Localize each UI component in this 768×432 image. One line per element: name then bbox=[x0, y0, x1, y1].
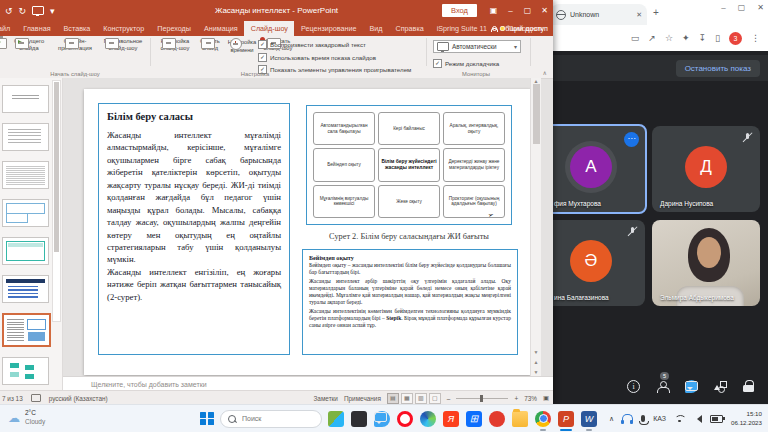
fit-slide-icon[interactable]: ▣ bbox=[543, 394, 549, 402]
clock[interactable]: 15:10 06.12.2023 bbox=[731, 410, 762, 427]
ribbon-tab[interactable]: Переходы bbox=[151, 21, 198, 36]
online-presentation-button[interactable]: Онлайн-презентация bbox=[52, 38, 98, 52]
comments-toggle[interactable]: Примечания bbox=[344, 395, 381, 402]
participants-icon[interactable]: 5 bbox=[656, 380, 669, 393]
ribbon-checkbox[interactable]: ✓ Использовать время показа слайдов bbox=[258, 53, 411, 62]
previous-slide-icon[interactable]: ▲ bbox=[531, 359, 541, 365]
taskbar-app-icon[interactable] bbox=[535, 411, 551, 427]
slide-thumbnail[interactable] bbox=[2, 313, 51, 347]
extension-pin-icon[interactable]: ✦ bbox=[682, 33, 690, 43]
close-button[interactable]: ✕ bbox=[536, 0, 553, 21]
reading-view-icon[interactable]: ▥ bbox=[415, 393, 427, 404]
zoom-out-icon[interactable]: – bbox=[447, 395, 451, 402]
headset-icon[interactable] bbox=[622, 414, 633, 423]
search-input[interactable] bbox=[240, 414, 304, 423]
collapse-ribbon-icon[interactable]: ∧ bbox=[543, 69, 547, 76]
participant-tile[interactable]: А ⋯ фия Мухтарова bbox=[545, 124, 647, 214]
downloads-icon[interactable]: ↧ bbox=[699, 33, 707, 43]
taskbar-app-icon[interactable]: Я bbox=[443, 411, 459, 427]
slide-thumbnail[interactable] bbox=[2, 357, 49, 385]
taskbar-app-icon[interactable]: ⊞ bbox=[466, 411, 482, 427]
microphone-icon[interactable] bbox=[641, 415, 645, 422]
zoom-in-icon[interactable]: + bbox=[514, 395, 518, 402]
presenter-mode-checkbox[interactable]: ✓ Режим докладчика bbox=[433, 59, 499, 68]
share-icon[interactable]: ↗ bbox=[648, 33, 656, 43]
volume-icon[interactable] bbox=[693, 415, 702, 423]
wifi-icon[interactable] bbox=[674, 415, 685, 423]
editor-scrollbar[interactable]: ▲ ▼ ▲ ▼ bbox=[530, 78, 541, 377]
minimize-button[interactable]: – bbox=[502, 0, 519, 21]
setup-slideshow-button[interactable]: Настройка слайд-шоу bbox=[155, 38, 195, 52]
browser-tab[interactable]: Unknown ✕ bbox=[551, 4, 647, 25]
taskbar-app-icon[interactable]: P bbox=[558, 411, 574, 427]
host-controls-icon[interactable] bbox=[743, 380, 756, 393]
slide-canvas[interactable]: Білім беру саласы Жасанды интеллект мұға… bbox=[84, 89, 531, 375]
custom-slideshow-button[interactable]: Произвольное слайд-шоу bbox=[98, 38, 148, 52]
taskbar-app-icon[interactable] bbox=[351, 411, 367, 427]
chat-icon[interactable] bbox=[685, 380, 698, 393]
taskbar-app-icon[interactable]: W bbox=[581, 411, 597, 427]
ribbon-tab[interactable]: Вставка bbox=[57, 21, 97, 36]
media-controls-icon[interactable]: ▭ bbox=[631, 33, 640, 43]
ribbon-tab[interactable]: Конструктор bbox=[97, 21, 151, 36]
chrome-maximize-button[interactable]: ▢ bbox=[738, 3, 746, 12]
notes-placeholder[interactable]: Щелкните, чтобы добавить заметки bbox=[91, 381, 207, 388]
activities-icon[interactable] bbox=[714, 380, 727, 393]
participant-tile[interactable]: Ә ина Балағазинова bbox=[545, 220, 645, 306]
ribbon-tab[interactable]: Рецензирование bbox=[294, 21, 363, 36]
slide-thumbnail[interactable] bbox=[2, 161, 49, 189]
taskbar-app-icon[interactable] bbox=[489, 411, 505, 427]
ribbon-tab[interactable]: Справка bbox=[389, 21, 430, 36]
slide-thumbnail[interactable] bbox=[2, 237, 49, 265]
chrome-close-button[interactable]: ✕ bbox=[757, 3, 764, 12]
ribbon-tab[interactable]: Вид bbox=[363, 21, 389, 36]
participant-tile[interactable]: Д Дарина Нусипова bbox=[652, 126, 760, 212]
notes-pane[interactable]: Щелкните, чтобы добавить заметки bbox=[63, 376, 553, 391]
maximize-button[interactable]: ▢ bbox=[519, 0, 536, 21]
participant-tile-video[interactable]: Эльмира Абдыкеримова bbox=[652, 220, 760, 306]
scroll-down-icon[interactable]: ▼ bbox=[531, 349, 541, 355]
battery-icon[interactable] bbox=[710, 415, 723, 423]
thumbnail-scrollbar[interactable] bbox=[52, 80, 61, 322]
from-current-slide-button[interactable]: С текущего слайда bbox=[8, 38, 50, 52]
tray-expand-icon[interactable]: ∧ bbox=[609, 415, 614, 423]
ribbon-tab[interactable]: Главная bbox=[17, 21, 57, 36]
ai-directions-diagram[interactable]: Автоматтандырылған сала бақылауы Кері ба… bbox=[306, 105, 512, 225]
monitor-dropdown[interactable]: Автоматически ▾ bbox=[433, 40, 521, 53]
checkbox-checked-icon[interactable]: ✓ bbox=[258, 53, 267, 62]
ribbon-checkbox[interactable]: ✓ Воспроизвести закадровый текст bbox=[258, 40, 411, 49]
slide-thumbnail[interactable] bbox=[2, 199, 49, 227]
slide-thumbnail[interactable] bbox=[2, 123, 49, 151]
display-settings-icon[interactable] bbox=[31, 394, 41, 402]
checkbox-checked-icon[interactable]: ✓ bbox=[433, 59, 442, 68]
language-indicator[interactable]: русский (Казахстан) bbox=[49, 395, 108, 402]
meeting-details-icon[interactable]: i bbox=[627, 380, 640, 393]
checkbox-checked-icon[interactable]: ✓ bbox=[258, 40, 267, 49]
bookmark-star-icon[interactable]: ☆ bbox=[665, 33, 673, 43]
taskbar-app-icon[interactable] bbox=[420, 411, 436, 427]
slide-thumbnail[interactable] bbox=[2, 275, 49, 303]
new-tab-button[interactable]: + bbox=[653, 7, 659, 19]
language-switcher[interactable]: КАЗ bbox=[653, 415, 666, 422]
zoom-level[interactable]: 73% bbox=[524, 395, 537, 402]
taskbar-app-icon[interactable] bbox=[328, 411, 344, 427]
chrome-minimize-button[interactable]: – bbox=[721, 3, 725, 12]
zoom-slider[interactable] bbox=[456, 398, 508, 399]
side-panel-icon[interactable]: ▯ bbox=[715, 33, 720, 43]
start-button[interactable] bbox=[200, 412, 214, 426]
ribbon-tab[interactable]: iSpring Suite 11 bbox=[430, 21, 493, 36]
stop-presenting-button[interactable]: Остановить показ bbox=[676, 60, 760, 77]
taskbar-search[interactable] bbox=[220, 410, 322, 428]
ribbon-tab[interactable]: Анимация bbox=[197, 21, 244, 36]
ribbon-display-options-icon[interactable]: ▣ bbox=[485, 0, 502, 21]
ribbon-tab[interactable]: Слайд-шоу bbox=[244, 21, 294, 36]
normal-view-icon[interactable]: ▤ bbox=[387, 393, 399, 404]
sign-in-button[interactable]: Вход bbox=[442, 4, 477, 17]
next-slide-icon[interactable]: ▼ bbox=[531, 369, 541, 375]
tile-more-options-icon[interactable]: ⋯ bbox=[624, 132, 639, 147]
chrome-menu-icon[interactable]: ⋮ bbox=[751, 33, 760, 43]
taskbar-app-icon[interactable] bbox=[512, 411, 528, 427]
adaptive-learning-text-box[interactable]: Бейімдеп оқыту Бейімдеп оқыту – жасанды … bbox=[302, 249, 518, 355]
profile-avatar[interactable]: 3 bbox=[729, 32, 742, 45]
taskbar-app-icon[interactable] bbox=[374, 411, 390, 427]
